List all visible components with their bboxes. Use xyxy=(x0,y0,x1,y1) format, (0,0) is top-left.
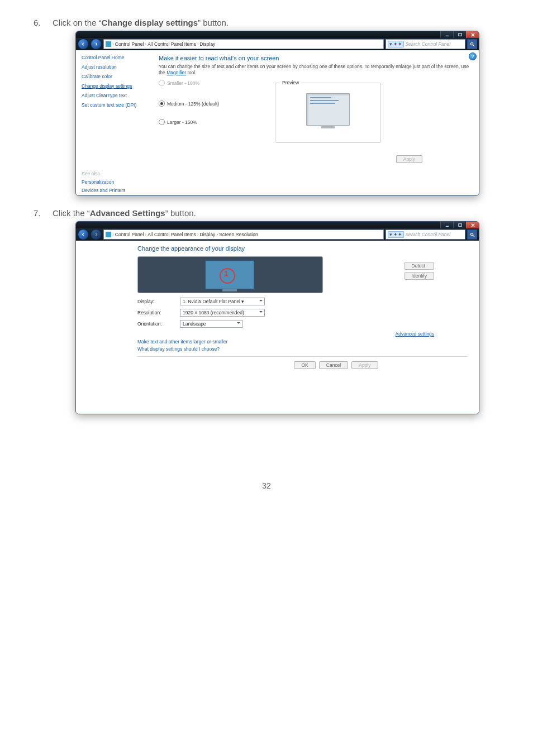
page-number: 32 xyxy=(34,481,499,490)
sidebar-item-home[interactable]: Control Panel Home xyxy=(82,55,147,60)
preview-group: Preview xyxy=(275,83,381,143)
apply-button: Apply xyxy=(396,155,422,163)
step-text: Click on the “Change display settings” b… xyxy=(53,18,229,27)
display-label: Display: xyxy=(137,299,171,304)
content-pane: Change the appearance of your display 1 … xyxy=(76,241,479,414)
sidebar: Control Panel Home Adjust resolution Cal… xyxy=(76,50,152,195)
minimize-button[interactable] xyxy=(440,31,453,38)
detect-button[interactable]: Detect xyxy=(404,262,434,270)
sidebar-item-calibrate-color[interactable]: Calibrate color xyxy=(82,74,147,79)
close-button[interactable] xyxy=(466,222,479,228)
search-chip: ▾ ✦✦ xyxy=(388,231,404,238)
close-button[interactable] xyxy=(466,31,479,38)
control-panel-icon xyxy=(106,232,111,237)
svg-point-2 xyxy=(470,42,473,45)
search-input[interactable]: ▾ ✦✦ Search Control Panel xyxy=(386,229,465,240)
crumb-item[interactable]: Display xyxy=(200,232,216,237)
preview-legend: Preview xyxy=(280,80,301,85)
svg-point-6 xyxy=(470,233,473,235)
forward-button[interactable] xyxy=(91,229,102,240)
text-size-link[interactable]: Make text and other items larger or smal… xyxy=(137,339,468,344)
svg-line-7 xyxy=(473,235,474,237)
address-bar: › Control Panel › All Control Panel Item… xyxy=(76,228,479,241)
orientation-select[interactable]: Landscape xyxy=(180,320,242,328)
window-titlebar xyxy=(76,222,479,228)
screenshot-screen-resolution-window: › Control Panel › All Control Panel Item… xyxy=(75,221,479,414)
back-button[interactable] xyxy=(78,229,89,240)
svg-rect-5 xyxy=(458,223,461,226)
sidebar-item-personalization[interactable]: Personalization xyxy=(82,179,147,185)
annotation-number: 1 xyxy=(224,269,229,278)
forward-button[interactable] xyxy=(91,39,102,50)
resolution-label: Resolution: xyxy=(137,310,171,315)
sidebar-item-adjust-resolution[interactable]: Adjust resolution xyxy=(82,64,147,70)
crumb-item[interactable]: Control Panel xyxy=(115,41,144,47)
see-also: See also Personalization Devices and Pri… xyxy=(82,165,147,193)
sidebar-item-change-display-settings[interactable]: Change display settings xyxy=(82,83,147,89)
display-arrangement[interactable]: 1 xyxy=(137,256,323,293)
crumb-item[interactable]: Screen Resolution xyxy=(219,232,258,237)
crumb-item[interactable]: All Control Panel Items xyxy=(147,232,196,237)
window-titlebar xyxy=(76,31,479,38)
step-number: 7. xyxy=(34,208,53,218)
see-also-label: See also xyxy=(82,171,100,176)
sidebar-item-cleartype[interactable]: Adjust ClearType text xyxy=(82,93,147,98)
breadcrumb[interactable]: › Control Panel › All Control Panel Item… xyxy=(103,39,384,49)
maximize-button[interactable] xyxy=(453,222,466,228)
step-7: 7. Click the “Advanced Settings” button. xyxy=(34,208,499,218)
step-6: 6. Click on the “Change display settings… xyxy=(34,18,499,27)
search-placeholder: Search Control Panel xyxy=(405,41,450,47)
apply-button: Apply xyxy=(351,361,378,369)
magnifier-link[interactable]: Magnifier xyxy=(166,70,186,75)
page-title: Change the appearance of your display xyxy=(137,245,468,252)
search-chip: ▾ ✦✦ xyxy=(388,41,404,47)
divider xyxy=(137,356,468,357)
monitor-icon xyxy=(306,93,350,126)
svg-rect-1 xyxy=(458,33,461,36)
svg-line-3 xyxy=(473,45,474,46)
ok-button[interactable]: OK xyxy=(294,361,315,369)
radio-icon xyxy=(159,119,165,125)
cancel-button[interactable]: Cancel xyxy=(319,361,348,369)
search-icon[interactable] xyxy=(467,39,477,49)
search-input[interactable]: ▾ ✦✦ Search Control Panel xyxy=(386,39,465,49)
step-number: 6. xyxy=(34,18,53,27)
breadcrumb[interactable]: › Control Panel › All Control Panel Item… xyxy=(103,229,384,240)
crumb-item[interactable]: All Control Panel Items xyxy=(147,41,196,47)
content-pane: Make it easier to read what's on your sc… xyxy=(152,50,479,195)
search-icon[interactable] xyxy=(467,229,477,240)
resolution-select[interactable]: 1920 × 1080 (recommended) xyxy=(180,309,265,317)
orientation-label: Orientation: xyxy=(137,321,171,327)
address-bar: › Control Panel › All Control Panel Item… xyxy=(76,38,479,50)
sidebar-item-devices-printers[interactable]: Devices and Printers xyxy=(82,188,147,193)
search-placeholder: Search Control Panel xyxy=(405,232,450,237)
identify-button[interactable]: Identify xyxy=(404,272,434,280)
page-title: Make it easier to read what's on your sc… xyxy=(159,55,470,61)
control-panel-icon xyxy=(106,41,111,47)
maximize-button[interactable] xyxy=(453,31,466,38)
screenshot-display-window: › Control Panel › All Control Panel Item… xyxy=(75,31,479,196)
crumb-item[interactable]: Display xyxy=(200,41,216,47)
page-description: You can change the size of text and othe… xyxy=(159,64,470,75)
radio-icon xyxy=(159,101,165,107)
what-settings-link[interactable]: What display settings should I choose? xyxy=(137,346,468,352)
crumb-item[interactable]: Control Panel xyxy=(115,232,144,237)
advanced-settings-link[interactable]: Advanced settings xyxy=(396,331,434,337)
sidebar-item-dpi[interactable]: Set custom text size (DPI) xyxy=(82,102,147,108)
step-text: Click the “Advanced Settings” button. xyxy=(53,208,196,218)
back-button[interactable] xyxy=(78,39,89,50)
minimize-button[interactable] xyxy=(440,222,453,228)
display-select[interactable]: 1. Nvidia Default Flat Panel ▾ xyxy=(180,298,265,305)
radio-icon xyxy=(159,80,165,86)
